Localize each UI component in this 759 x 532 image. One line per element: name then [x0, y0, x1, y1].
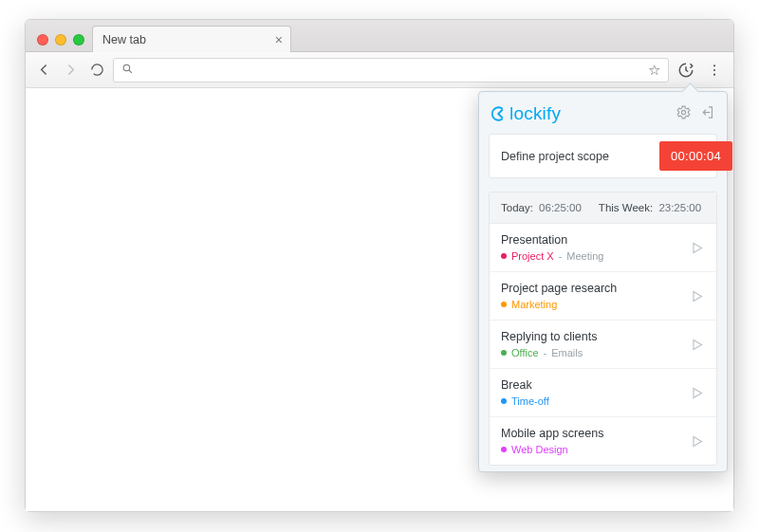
entry-project: Project X: [511, 250, 554, 262]
svg-point-5: [497, 113, 499, 115]
window-minimize-button[interactable]: [55, 34, 66, 46]
window-zoom-button[interactable]: [73, 34, 84, 46]
entry-title: Mobile app screens: [501, 427, 603, 440]
entry-title: Project page research: [501, 282, 617, 295]
reload-button[interactable]: [86, 60, 107, 81]
play-button[interactable]: [689, 288, 705, 304]
entry-title: Replying to clients: [501, 330, 597, 343]
browser-toolbar: ☆: [26, 52, 733, 88]
tab-title: New tab: [102, 33, 146, 46]
svg-marker-8: [694, 243, 702, 252]
summary-week-value: 23:25:00: [658, 202, 701, 213]
entry-project: Marketing: [511, 299, 557, 310]
entry-meta: Marketing: [501, 299, 617, 310]
gear-icon: [676, 104, 692, 120]
svg-point-2: [713, 64, 715, 66]
play-icon: [689, 433, 705, 449]
clockify-popup: lockify 00:00:04 Today:: [478, 91, 728, 472]
time-entry[interactable]: Project page researchMarketing: [490, 272, 716, 321]
address-bar[interactable]: ☆: [113, 58, 669, 83]
summary-today-value: 06:25:00: [539, 202, 582, 213]
entry-title: Presentation: [501, 233, 603, 247]
entry-meta: Office - Emails: [501, 347, 597, 358]
play-button[interactable]: [689, 337, 705, 353]
summary-today-label: Today:: [501, 202, 533, 213]
entry-project: Web Design: [511, 444, 568, 455]
time-entry[interactable]: Replying to clientsOffice - Emails: [490, 321, 716, 369]
svg-marker-11: [694, 388, 702, 397]
entry-project: Office: [511, 347, 539, 358]
clockify-logo-text: lockify: [509, 103, 561, 124]
logout-button[interactable]: [699, 104, 715, 124]
tab-strip: New tab ×: [26, 20, 733, 52]
bookmark-star-icon[interactable]: ☆: [648, 62, 660, 79]
timer-card: 00:00:04: [489, 134, 717, 178]
svg-point-4: [713, 73, 715, 75]
play-icon: [689, 288, 705, 304]
search-icon: [121, 63, 134, 78]
time-entry[interactable]: Mobile app screensWeb Design: [490, 417, 716, 465]
browser-tab[interactable]: New tab ×: [92, 26, 291, 52]
clockify-extension-button[interactable]: [675, 59, 697, 82]
svg-point-0: [123, 64, 130, 71]
entry-meta: Web Design: [501, 444, 603, 455]
svg-marker-9: [694, 291, 702, 301]
entry-meta: Time-off: [501, 395, 549, 407]
time-entry[interactable]: BreakTime-off: [490, 369, 716, 417]
project-color-dot: [501, 253, 507, 259]
svg-point-3: [713, 68, 715, 70]
svg-marker-12: [694, 436, 702, 446]
play-icon: [689, 385, 705, 401]
window-close-button[interactable]: [37, 34, 48, 46]
forward-button[interactable]: [60, 60, 81, 81]
play-button[interactable]: [689, 433, 705, 449]
exit-icon: [699, 104, 715, 120]
summary-week: This Week: 23:25:00: [599, 202, 701, 213]
summary-today: Today: 06:25:00: [501, 202, 582, 213]
entries-card: Today: 06:25:00 This Week: 23:25:00 Pres…: [489, 192, 717, 466]
project-color-dot: [501, 350, 507, 356]
project-color-dot: [501, 302, 507, 307]
clockify-logo-icon: [491, 105, 508, 122]
project-color-dot: [501, 398, 507, 404]
omnibox-input[interactable]: [141, 63, 640, 77]
back-button[interactable]: [33, 60, 54, 81]
clockify-logo: lockify: [491, 103, 561, 124]
timer-stop-button[interactable]: 00:00:04: [659, 141, 732, 171]
window-traffic-lights: [33, 34, 92, 51]
entry-tag: Meeting: [566, 250, 603, 262]
popup-header: lockify: [489, 101, 717, 134]
task-input[interactable]: [501, 150, 650, 163]
entry-tag: Emails: [551, 347, 583, 358]
svg-line-1: [129, 70, 132, 73]
settings-button[interactable]: [676, 104, 692, 124]
browser-viewport: lockify 00:00:04 Today:: [26, 88, 733, 511]
play-icon: [689, 337, 705, 353]
summary-week-label: This Week:: [599, 202, 653, 213]
play-button[interactable]: [689, 385, 705, 401]
summary-bar: Today: 06:25:00 This Week: 23:25:00: [490, 193, 716, 224]
browser-window: New tab × ☆: [25, 19, 734, 512]
browser-menu-button[interactable]: [703, 59, 726, 82]
play-button[interactable]: [689, 240, 705, 256]
project-color-dot: [501, 447, 507, 452]
entry-meta: Project X - Meeting: [501, 250, 603, 262]
entry-title: Break: [501, 378, 549, 392]
entry-project: Time-off: [511, 395, 549, 407]
play-icon: [689, 240, 705, 256]
time-entry[interactable]: PresentationProject X - Meeting: [490, 224, 716, 272]
svg-marker-10: [694, 339, 702, 349]
close-icon[interactable]: ×: [275, 32, 283, 47]
svg-point-6: [681, 110, 685, 114]
